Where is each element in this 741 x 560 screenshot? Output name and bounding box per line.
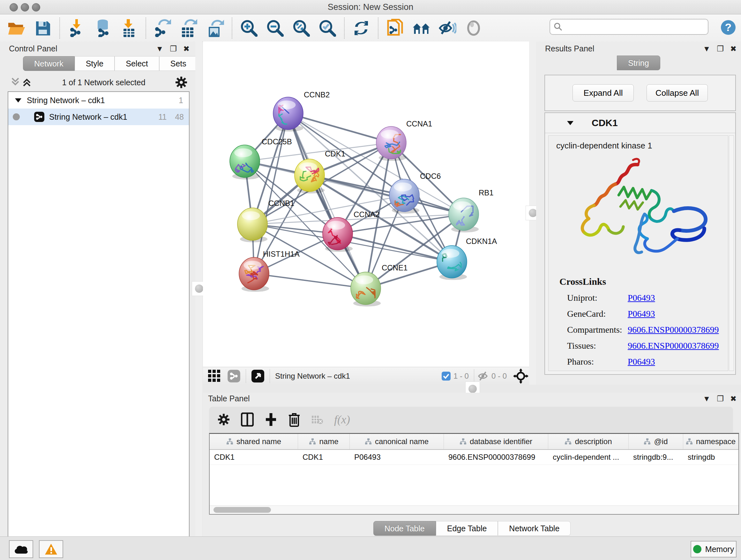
column-header-shared-name[interactable]: shared name (210, 434, 298, 449)
tab-node-table[interactable]: Node Table (374, 521, 436, 536)
column-header-description[interactable]: description (548, 434, 629, 449)
search-input[interactable] (566, 22, 708, 32)
export-network-button[interactable] (154, 19, 172, 37)
memory-button[interactable]: Memory (690, 541, 737, 557)
tab-style[interactable]: Style (75, 56, 115, 71)
tab-string-results[interactable]: String (617, 56, 660, 70)
string-view-icon[interactable] (227, 369, 241, 383)
tab-network-table[interactable]: Network Table (498, 521, 570, 536)
results-actions: Expand All Collapse All (544, 75, 736, 111)
edge-CDK1-RB1[interactable] (310, 175, 464, 214)
delete-column-trash-icon[interactable] (288, 412, 300, 427)
search-box[interactable] (549, 19, 709, 35)
fit-content-crosshair-icon[interactable] (513, 368, 529, 384)
node-label-CDC6: CDC6 (420, 172, 441, 180)
search-icon (553, 22, 563, 32)
import-network-file-button[interactable] (68, 19, 85, 37)
table-panel-close-button[interactable]: ✖ (730, 394, 737, 403)
save-session-button[interactable] (34, 19, 52, 37)
table-scrollbar-thumb[interactable] (213, 507, 271, 513)
control-panel-float-button[interactable]: ▼ (156, 44, 164, 53)
control-panel-close-button[interactable]: ✖ (183, 44, 190, 53)
hidden-count: 0 - 0 (491, 372, 507, 381)
results-panel-maximize-button[interactable]: ❐ (717, 44, 724, 53)
edge-CCNB2-CCNE1[interactable] (288, 113, 366, 288)
column-header-name[interactable]: name (298, 434, 350, 449)
tab-select[interactable]: Select (115, 56, 159, 71)
export-image-button[interactable] (206, 19, 224, 37)
expand-all-button[interactable]: Expand All (572, 84, 634, 102)
import-network-database-button[interactable] (94, 19, 112, 37)
left-splitter[interactable] (195, 42, 202, 537)
houses-button[interactable] (412, 19, 430, 37)
help-button[interactable]: ? (719, 18, 737, 37)
table-panel-maximize-button[interactable]: ❐ (717, 394, 724, 403)
node-CCNB1[interactable]: CCNB1 (238, 199, 294, 242)
open-file-button[interactable] (8, 19, 25, 37)
results-panel-close-button[interactable]: ✖ (730, 44, 737, 53)
node-gloss (299, 163, 317, 172)
network-options-gear-icon[interactable] (175, 76, 188, 89)
zoom-out-button[interactable] (266, 19, 284, 37)
birdseye-view-icon[interactable] (251, 369, 265, 383)
column-header-canonical-name[interactable]: canonical name (350, 434, 444, 449)
network-collection-row[interactable]: String Network – cdk1 1 (8, 92, 189, 109)
warnings-button[interactable] (39, 540, 63, 558)
tab-sets[interactable]: Sets (159, 56, 198, 71)
export-table-button[interactable] (180, 19, 198, 37)
network-canvas[interactable]: CCNB2CCNA1CDC25BCDK1CDC6RB1CCNB1CCNA2CDK… (203, 42, 532, 367)
expand-all-icon[interactable] (21, 77, 32, 88)
crosslink-label: GeneCard: (567, 309, 628, 319)
table-options-gear-icon[interactable] (217, 413, 230, 426)
collapse-triangle-icon[interactable] (14, 96, 22, 105)
horizontal-splitter[interactable] (203, 385, 741, 393)
column-header-database-identifier[interactable]: database identifier (444, 434, 548, 449)
edge-HIST1H1A-CCNE1[interactable] (254, 273, 366, 288)
column-header-id[interactable]: @id (629, 434, 683, 449)
node-CDKN1A[interactable]: CDKN1A (437, 237, 497, 280)
tab-network[interactable]: Network (23, 56, 75, 71)
control-panel-maximize-button[interactable]: ❐ (170, 44, 177, 53)
houses-icon (412, 20, 430, 36)
network-row-selected[interactable]: String Network – cdk1 11 48 (8, 109, 189, 125)
gene-collapse-triangle-icon[interactable] (566, 119, 575, 127)
gene-header[interactable]: CDK1 (545, 113, 735, 133)
crosslink-compartments-link[interactable]: 9606.ENSP00000378699 (628, 325, 719, 335)
hide-eye-button[interactable] (439, 19, 456, 37)
crosslink-pharos-link[interactable]: P06493 (628, 357, 655, 367)
add-column-icon[interactable] (265, 413, 277, 427)
crosslink-tissues-link[interactable]: 9606.ENSP00000378699 (628, 341, 719, 351)
node-RB1[interactable]: RB1 (449, 188, 494, 233)
show-columns-icon[interactable] (241, 413, 254, 427)
zoom-selected-button[interactable] (319, 19, 336, 37)
column-header-namespace[interactable]: namespace (683, 434, 738, 449)
import-table-button[interactable] (120, 19, 138, 37)
node-gloss (355, 275, 373, 285)
zoom-fit-button[interactable] (292, 19, 310, 37)
table-panel-float-button[interactable]: ▼ (703, 394, 711, 403)
network-view-title: String Network – cdk1 (275, 372, 441, 381)
selected-checkbox-icon[interactable] (441, 371, 451, 381)
collapse-all-icon[interactable] (10, 77, 21, 88)
crosslink-genecard-link[interactable]: P06493 (628, 309, 655, 319)
node-CCNE1[interactable]: CCNE1 (351, 263, 408, 307)
node-label-CCNB1: CCNB1 (268, 199, 294, 207)
table-row[interactable]: CDK1 CDK1 P06493 9606.ENSP00000378699 cy… (210, 450, 738, 465)
crosslink-uniprot-link[interactable]: P06493 (628, 293, 655, 303)
svg-text:?: ? (725, 21, 732, 33)
show-eye-button[interactable] (465, 19, 482, 37)
results-scrollbar[interactable] (729, 135, 734, 371)
zoom-in-button[interactable] (240, 19, 258, 37)
node-HIST1H1A[interactable]: HIST1H1A (239, 250, 300, 292)
table-horizontal-scrollbar[interactable] (210, 505, 738, 514)
hidden-eye-icon[interactable] (477, 371, 489, 381)
node-CDC6[interactable]: CDC6 (389, 172, 441, 213)
results-panel-float-button[interactable]: ▼ (703, 44, 711, 53)
cloud-button[interactable] (9, 540, 33, 558)
tab-edge-table[interactable]: Edge Table (436, 521, 498, 536)
string-document-button[interactable] (386, 19, 404, 37)
collapse-all-button[interactable]: Collapse All (647, 84, 708, 102)
right-splitter[interactable] (529, 42, 536, 385)
grid-view-icon[interactable] (207, 369, 221, 383)
apply-layout-button[interactable] (352, 19, 370, 37)
